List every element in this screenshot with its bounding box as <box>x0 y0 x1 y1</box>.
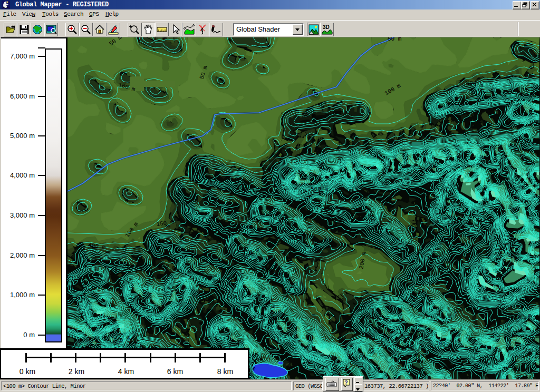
svg-text:50 m: 50 m <box>302 112 316 119</box>
svg-text:500 m: 500 m <box>311 186 328 192</box>
svg-text:400 m: 400 m <box>529 93 540 99</box>
svg-text:3D: 3D <box>323 24 330 30</box>
svg-text:50 m: 50 m <box>388 37 402 42</box>
svg-text:?: ? <box>344 379 348 386</box>
